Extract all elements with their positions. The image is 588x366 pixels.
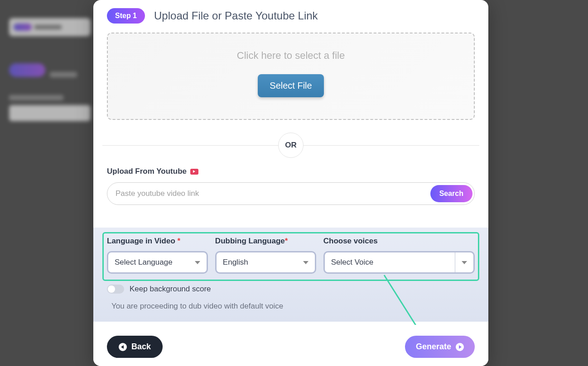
file-dropzone[interactable]: Click here to select a file Select File — [107, 33, 475, 120]
or-divider: OR — [107, 133, 475, 158]
source-language-label: Language in Video * — [107, 237, 208, 246]
or-label: OR — [278, 133, 304, 158]
youtube-search-button[interactable]: Search — [430, 185, 472, 202]
youtube-input-row: Search — [107, 182, 475, 205]
source-language-select[interactable]: Select Language — [107, 251, 208, 274]
dubbing-language-label: Dubbing Language* — [215, 237, 316, 246]
arrow-left-circle-icon — [119, 343, 127, 351]
background-blur — [0, 0, 100, 366]
svg-line-0 — [384, 275, 423, 325]
generate-button[interactable]: Generate — [405, 336, 475, 358]
keep-background-toggle[interactable] — [107, 285, 124, 294]
back-button[interactable]: Back — [107, 336, 163, 358]
step-header: Step 1 Upload File or Paste Youtube Link — [107, 8, 475, 24]
arrow-annotation — [380, 273, 434, 325]
modal-footer: Back Generate — [93, 325, 488, 366]
choose-voices-select[interactable]: Select Voice — [323, 251, 475, 274]
step-title: Upload File or Paste Youtube Link — [154, 10, 318, 22]
chevron-down-icon — [462, 261, 467, 264]
dubbing-language-select[interactable]: English — [215, 251, 316, 274]
dropzone-hint: Click here to select a file — [117, 50, 465, 62]
keep-background-label: Keep background score — [130, 285, 211, 294]
choose-voices-label: Choose voices — [323, 237, 475, 246]
chevron-down-icon — [195, 261, 200, 264]
youtube-link-input[interactable] — [116, 189, 430, 198]
youtube-section-label: Upload From Youtube — [107, 167, 475, 176]
upload-modal: Step 1 Upload File or Paste Youtube Link… — [93, 0, 488, 366]
youtube-icon — [190, 169, 198, 175]
default-voice-notice: You are proceeding to dub video with def… — [107, 302, 475, 311]
chevron-down-icon — [303, 261, 308, 264]
step-badge: Step 1 — [107, 8, 145, 24]
select-file-button[interactable]: Select File — [258, 74, 323, 97]
arrow-right-circle-icon — [456, 343, 464, 351]
language-section: Language in Video * Select Language Dubb… — [93, 228, 488, 322]
